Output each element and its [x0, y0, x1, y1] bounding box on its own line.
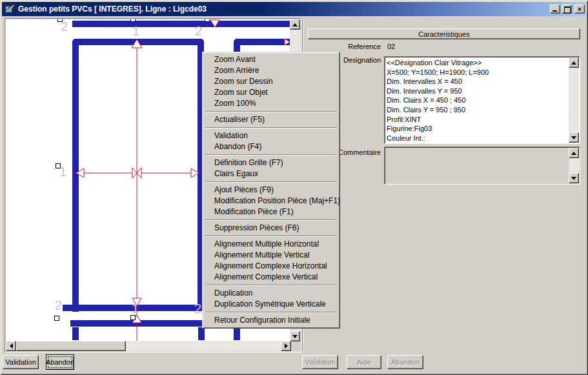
menu-item-zoom-arriere[interactable]: Zoom Arrière	[204, 65, 338, 76]
menu-item-duplication[interactable]: Duplication	[204, 288, 338, 299]
menu-separator	[205, 219, 337, 221]
menu-item-actualiser[interactable]: Actualiser (F5)	[204, 114, 338, 125]
selection-handle[interactable]	[56, 163, 61, 168]
menu-separator	[205, 127, 337, 128]
menu-item-validation[interactable]: Validation	[204, 130, 338, 141]
up-arrow-icon	[571, 61, 576, 65]
frame-index-label: 1	[132, 302, 139, 315]
menu-separator	[205, 181, 337, 183]
menu-item-ajout-pieces[interactable]: Ajout Pièces (F9)	[204, 185, 338, 196]
menu-item-alignement-multiple-horizontal[interactable]: Alignement Multiple Horizontal	[204, 239, 338, 250]
scroll-down-button[interactable]	[569, 132, 579, 143]
panel-validation-button[interactable]: Validation	[302, 355, 338, 369]
menu-item-alignement-multiple-vertical[interactable]: Alignement Multiple Vertical	[204, 250, 338, 261]
menu-item-zoom-avant[interactable]: Zoom Avant	[204, 54, 338, 65]
menu-item-alignement-complexe-vertical[interactable]: Alignement Complexe Vertical	[204, 272, 338, 283]
menu-separator	[205, 111, 337, 112]
designation-textbox[interactable]: <<Désignation Clair Vitrage>> X=500; Y=1…	[384, 56, 580, 144]
up-arrow-icon	[571, 152, 576, 155]
frame-index-label: 2	[61, 20, 68, 33]
frame-index-label: 2	[55, 299, 62, 312]
down-arrow-icon	[292, 335, 298, 338]
frame-index-label: 2	[194, 302, 201, 315]
menu-separator	[205, 236, 337, 237]
panel-abandon-button[interactable]: Abandon	[387, 355, 423, 369]
menu-item-clairs-egaux[interactable]: Clairs Egaux	[204, 168, 338, 179]
maximize-button[interactable]	[562, 5, 572, 14]
up-arrow-icon	[292, 23, 298, 26]
commentaire-scrollbar[interactable]	[569, 148, 579, 183]
context-menu: Zoom Avant Zoom Arrière Zoom sur Dessin …	[202, 52, 340, 329]
down-arrow-icon	[571, 136, 576, 139]
abandon-button[interactable]: Abandon	[46, 354, 74, 370]
app-window: Gestion petits PVCs [ INTEGRES]. Ligne :…	[0, 0, 588, 375]
selection-handle[interactable]	[54, 316, 59, 321]
dimension-lines	[76, 19, 215, 341]
hscroll-thumb[interactable]	[16, 341, 126, 351]
menu-separator	[205, 285, 337, 286]
menu-item-retour-configuration-initiale[interactable]: Retour Configuration Initiale	[204, 315, 338, 326]
canvas-hscrollbar[interactable]	[6, 341, 291, 351]
selection-handle[interactable]	[205, 19, 210, 22]
menu-item-suppression-pieces[interactable]: Suppression Pièces (F6)	[204, 223, 338, 234]
menu-item-duplication-symetrique-verticale[interactable]: Duplication Symétrique Verticale	[204, 299, 338, 310]
scroll-left-button[interactable]	[6, 341, 16, 351]
scroll-right-button[interactable]	[281, 341, 291, 351]
scroll-up-button[interactable]	[569, 57, 579, 68]
menu-item-zoom-sur-dessin[interactable]: Zoom sur Dessin	[204, 76, 338, 87]
designation-scrollbar[interactable]	[569, 57, 579, 143]
app-icon	[5, 4, 15, 14]
titlebar: Gestion petits PVCs [ INTEGRES]. Ligne :…	[2, 2, 586, 16]
scroll-up-button[interactable]	[290, 19, 300, 30]
left-arrow-icon	[10, 343, 13, 349]
close-button[interactable]: ×	[574, 5, 585, 14]
menu-item-modification-position-piece[interactable]: Modification Position Pièce (Maj+F1)	[204, 196, 338, 207]
menu-item-definition-grille[interactable]: Définition Grille (F7)	[204, 157, 338, 168]
menu-item-abandon[interactable]: Abandon (F4)	[204, 141, 338, 152]
reference-value: 02	[387, 43, 395, 50]
commentaire-textbox[interactable]	[384, 147, 580, 185]
scroll-down-button[interactable]	[569, 173, 579, 183]
reference-label: Reference	[310, 43, 381, 50]
menu-item-alignement-complexe-horizontal[interactable]: Alignement Complexe Horizontal	[204, 261, 338, 272]
menu-item-modification-piece[interactable]: Modification Pièce (F1)	[204, 207, 338, 218]
frame-index-label: 2	[195, 25, 202, 37]
menu-item-zoom-sur-objet[interactable]: Zoom sur Objet	[204, 87, 338, 98]
minimize-button[interactable]	[550, 5, 560, 14]
right-arrow-icon	[285, 343, 288, 349]
selection-handle[interactable]	[57, 19, 63, 22]
scroll-down-button[interactable]	[290, 331, 300, 341]
menu-separator	[205, 312, 337, 313]
designation-text: <<Désignation Clair Vitrage>> X=500; Y=1…	[387, 58, 568, 143]
down-arrow-icon	[571, 177, 576, 180]
validation-button[interactable]: Validation	[3, 355, 39, 369]
selection-handle[interactable]	[130, 315, 136, 320]
frame-index-label: 1	[132, 25, 139, 37]
window-title: Gestion petits PVCs [ INTEGRES]. Ligne :…	[18, 5, 549, 14]
scroll-up-button[interactable]	[569, 148, 579, 158]
menu-item-zoom-100[interactable]: Zoom 100%	[204, 98, 338, 109]
menu-separator	[205, 154, 337, 156]
aide-button[interactable]: Aide	[347, 355, 381, 369]
caracteristiques-header[interactable]: Caracteristiques	[308, 28, 580, 39]
selection-handle[interactable]	[130, 19, 136, 22]
